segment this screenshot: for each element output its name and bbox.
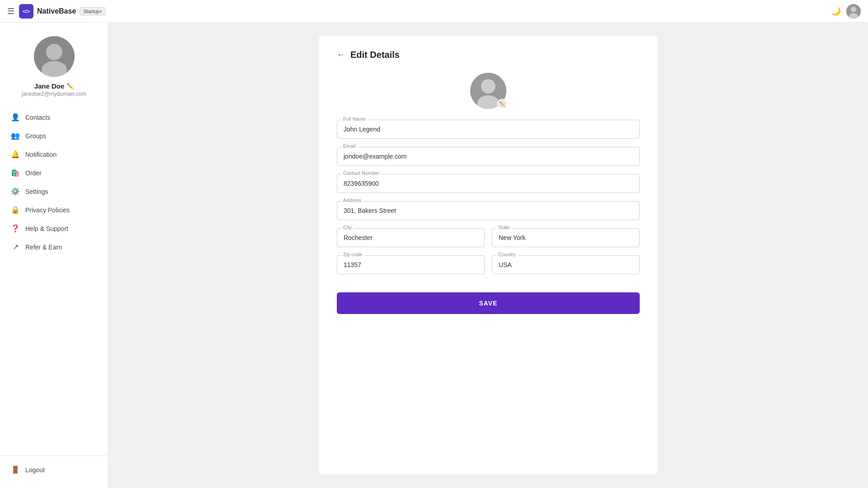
sidebar-email: janedoe2@mydomain.com — [22, 91, 86, 97]
sidebar-item-logout[interactable]: 🚪 Logout — [0, 460, 108, 479]
sidebar-username: Jane Doe ✏️ — [34, 82, 74, 90]
zip-code-label: Zip code — [341, 252, 364, 257]
sidebar: Jane Doe ✏️ janedoe2@mydomain.com 👤 Cont… — [0, 23, 108, 488]
zip-code-field: Zip code — [337, 255, 485, 274]
sidebar-item-label: Notification — [25, 151, 57, 158]
nativebase-logo-icon: </> — [19, 4, 33, 19]
help-icon: ❓ — [11, 224, 20, 233]
dark-mode-icon[interactable]: 🌙 — [831, 6, 841, 16]
state-label: State — [496, 225, 512, 230]
email-label: Email — [341, 143, 358, 149]
sidebar-item-label: Help & Support — [25, 225, 68, 232]
email-field: Email — [337, 147, 640, 166]
city-field: City — [337, 228, 485, 247]
sidebar-item-settings[interactable]: ⚙️ Settings — [0, 182, 108, 201]
profile-pic-area: ✏️ — [337, 73, 640, 109]
state-field: State — [492, 228, 640, 247]
navbar-right: 🌙 — [831, 4, 861, 19]
sidebar-item-order[interactable]: 🛍️ Order — [0, 164, 108, 182]
sidebar-item-refer[interactable]: ↗ Refer & Earn — [0, 238, 108, 256]
logout-icon: 🚪 — [11, 465, 20, 474]
city-state-row: City State — [337, 228, 640, 247]
notification-icon: 🔔 — [11, 150, 20, 159]
sidebar-nav: 👤 Contacts 👥 Groups 🔔 Notification 🛍️ Or… — [0, 108, 108, 455]
country-field: Country — [492, 255, 640, 274]
sidebar-bottom: 🚪 Logout — [0, 455, 108, 479]
contact-number-input[interactable] — [337, 174, 640, 193]
email-input[interactable] — [337, 147, 640, 166]
full-name-label: Full Name — [341, 116, 368, 122]
order-icon: 🛍️ — [11, 169, 20, 177]
city-label: City — [341, 225, 354, 230]
svg-point-1 — [851, 7, 856, 12]
address-input[interactable] — [337, 201, 640, 220]
country-label: Country — [496, 252, 518, 257]
svg-point-7 — [481, 79, 495, 94]
contacts-icon: 👤 — [11, 113, 20, 122]
logo-text: NativeBase — [37, 7, 76, 15]
country-input[interactable] — [492, 255, 640, 274]
sidebar-item-contacts[interactable]: 👤 Contacts — [0, 108, 108, 127]
state-input[interactable] — [492, 228, 640, 247]
sidebar-item-label: Privacy Policies — [25, 206, 70, 214]
panel-title: Edit Details — [350, 50, 400, 60]
back-button[interactable]: ← — [337, 50, 345, 60]
groups-icon: 👥 — [11, 131, 20, 140]
address-label: Address — [341, 197, 363, 203]
sidebar-profile: Jane Doe ✏️ janedoe2@mydomain.com — [0, 32, 108, 108]
hamburger-icon[interactable]: ☰ — [7, 6, 14, 16]
form-grid: Full Name Email Contact Number Address — [337, 120, 640, 274]
user-avatar-nav[interactable] — [846, 4, 861, 19]
navbar-left: ☰ </> NativeBase Startup+ — [7, 4, 106, 19]
edit-name-icon[interactable]: ✏️ — [66, 83, 74, 89]
sidebar-item-notification[interactable]: 🔔 Notification — [0, 145, 108, 164]
main-content: ← Edit Details ✏️ Full Name — [108, 23, 868, 488]
contact-number-label: Contact Number — [341, 170, 381, 176]
full-name-field: Full Name — [337, 120, 640, 139]
edit-panel: ← Edit Details ✏️ Full Name — [319, 36, 658, 474]
sidebar-item-help[interactable]: ❓ Help & Support — [0, 219, 108, 238]
startup-badge: Startup+ — [80, 7, 106, 15]
zip-code-input[interactable] — [337, 255, 485, 274]
sidebar-avatar — [34, 36, 75, 77]
layout: Jane Doe ✏️ janedoe2@mydomain.com 👤 Cont… — [0, 23, 868, 488]
sidebar-item-groups[interactable]: 👥 Groups — [0, 127, 108, 145]
sidebar-item-privacy[interactable]: 🔒 Privacy Policies — [0, 201, 108, 219]
profile-pic-edit-button[interactable]: ✏️ — [497, 99, 507, 109]
privacy-icon: 🔒 — [11, 206, 20, 214]
full-name-input[interactable] — [337, 120, 640, 139]
settings-icon: ⚙️ — [11, 187, 20, 196]
sidebar-item-label: Contacts — [25, 114, 50, 121]
navbar: ☰ </> NativeBase Startup+ 🌙 — [0, 0, 868, 23]
panel-header: ← Edit Details — [337, 50, 640, 60]
sidebar-item-label: Order — [25, 169, 42, 177]
contact-number-field: Contact Number — [337, 174, 640, 193]
save-button[interactable]: SAVE — [337, 292, 640, 314]
sidebar-item-label: Refer & Earn — [25, 244, 62, 251]
zip-country-row: Zip code Country — [337, 255, 640, 274]
sidebar-item-label: Logout — [25, 466, 45, 474]
sidebar-item-label: Settings — [25, 188, 48, 195]
sidebar-item-label: Groups — [25, 132, 46, 140]
address-field: Address — [337, 201, 640, 220]
refer-icon: ↗ — [11, 243, 20, 251]
svg-point-4 — [46, 44, 62, 60]
city-input[interactable] — [337, 228, 485, 247]
logo-container: </> NativeBase Startup+ — [19, 4, 106, 19]
